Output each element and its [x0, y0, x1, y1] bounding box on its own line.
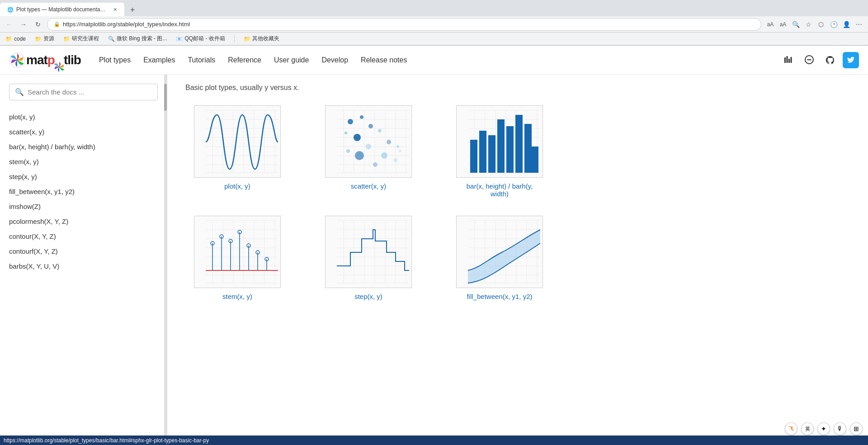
browser-toolbar: ← → ↻ 🔒 https://matplotlib.org/stable/pl…: [0, 16, 868, 33]
logo-text: matptlib: [26, 53, 81, 67]
new-tab-button[interactable]: +: [126, 4, 139, 16]
sidebar-link-fill[interactable]: fill_between(x, y1, y2): [9, 184, 158, 199]
svg-point-55: [394, 158, 397, 162]
svg-rect-74: [470, 140, 477, 173]
grid-icon[interactable]: ⊞: [850, 422, 863, 435]
plot-label-step[interactable]: step(x, y): [354, 293, 382, 300]
sidebar-link-scatter[interactable]: scatter(x, y): [9, 124, 158, 139]
bookmark-folder-icon-4: 📁: [244, 36, 250, 42]
lang-icon[interactable]: 英: [801, 422, 814, 435]
nav-plot-types[interactable]: Plot types: [99, 56, 131, 64]
plot-label-bar[interactable]: bar(x, height) / barh(y, width): [467, 182, 533, 198]
sidebar: 🔍 plot(x, y) scatter(x, y) bar(x, height…: [0, 75, 167, 436]
sidebar-link-contour[interactable]: contour(X, Y, Z): [9, 229, 158, 244]
bookmark-folder-icon-2: 📁: [35, 36, 42, 42]
twitter-icon: [847, 56, 855, 64]
sidebar-link-stem[interactable]: stem(x, y): [9, 154, 158, 169]
content-area: Basic plot types, usually y versus x.: [167, 75, 868, 436]
profile-button[interactable]: 👤: [841, 19, 852, 30]
back-button[interactable]: ←: [4, 19, 14, 30]
search-box[interactable]: 🔍: [9, 84, 158, 100]
voice-icon[interactable]: 🎙: [834, 422, 846, 435]
nav-twitter-button[interactable]: [843, 52, 859, 68]
active-tab[interactable]: 🌐 Plot types — Matplotlib documentation …: [0, 3, 124, 16]
svg-rect-5: [788, 59, 790, 63]
tab-title: Plot types — Matplotlib documentation: [16, 6, 107, 13]
plot-item-line[interactable]: plot(x, y): [185, 105, 289, 198]
search-input[interactable]: [28, 88, 152, 96]
nav-develop[interactable]: Develop: [321, 56, 348, 64]
bookmark-grad-course[interactable]: 📁 研究生课程: [61, 34, 101, 43]
bookmark-others[interactable]: 📁 其他收藏夹: [242, 34, 281, 43]
plot-label-fill[interactable]: fill_between(x, y1, y2): [467, 293, 532, 300]
plot-thumbnail-line: [194, 105, 281, 178]
bing-icon: 🔍: [108, 36, 115, 42]
bookmark-resources-label: 资源: [43, 35, 54, 43]
nav-discourse-button[interactable]: [801, 52, 817, 68]
read-aloud-button[interactable]: aA: [778, 19, 788, 30]
bookmark-code[interactable]: 📁 code: [4, 35, 28, 43]
more-button[interactable]: ⋯: [854, 19, 864, 30]
scroll-indicator: [164, 75, 167, 436]
nav-user-guide[interactable]: User guide: [274, 56, 309, 64]
plot-label-line[interactable]: plot(x, y): [224, 182, 250, 190]
plot-thumbnail-fill: [456, 216, 543, 288]
svg-point-47: [354, 134, 361, 141]
nav-github-button[interactable]: [822, 52, 838, 68]
sidebar-link-imshow[interactable]: imshow(Z): [9, 199, 158, 214]
flypy-icon[interactable]: 飞: [785, 422, 797, 435]
site-header: matptlib Plot types Examples Tutorials R…: [0, 46, 868, 75]
svg-point-48: [378, 129, 382, 133]
logo-icon: [9, 52, 25, 68]
nav-social-icons: [780, 52, 859, 68]
sidebar-link-bar[interactable]: bar(x, height) / barh(y, width): [9, 139, 158, 154]
reload-button[interactable]: ↻: [33, 19, 43, 30]
svg-rect-82: [194, 216, 280, 288]
read-mode-button[interactable]: aA: [765, 19, 776, 30]
svg-point-46: [344, 132, 347, 134]
bookmark-bing[interactable]: 🔍 微软 Bing 搜索 - 图...: [106, 34, 169, 43]
history-button[interactable]: 🕐: [828, 19, 839, 30]
nav-tutorials[interactable]: Tutorials: [188, 56, 215, 64]
address-bar[interactable]: 🔒 https://matplotlib.org/stable/plot_typ…: [47, 18, 761, 31]
plot-item-bar[interactable]: bar(x, height) / barh(y, width): [448, 105, 552, 198]
svg-point-57: [399, 150, 401, 152]
svg-point-50: [396, 145, 399, 148]
sidebar-link-plot[interactable]: plot(x, y): [9, 109, 158, 124]
forward-button[interactable]: →: [18, 19, 29, 30]
svg-rect-75: [479, 131, 486, 173]
fill-chart-svg: [457, 216, 542, 288]
sidebar-link-pcolormesh[interactable]: pcolormesh(X, Y, Z): [9, 214, 158, 229]
favorites-button[interactable]: ☆: [803, 19, 814, 30]
svg-rect-81: [531, 147, 538, 173]
nav-reference[interactable]: Reference: [228, 56, 261, 64]
plot-item-scatter[interactable]: scatter(x, y): [316, 105, 420, 198]
plot-item-fill[interactable]: fill_between(x, y1, y2): [448, 216, 552, 300]
sidebar-link-contourf[interactable]: contourf(X, Y, Z): [9, 244, 158, 259]
zoom-button[interactable]: 🔍: [790, 19, 801, 30]
site-logo[interactable]: matptlib: [9, 52, 81, 68]
collections-button[interactable]: ⬡: [816, 19, 826, 30]
sidebar-link-step[interactable]: step(x, y): [9, 169, 158, 184]
sidebar-link-barbs[interactable]: barbs(X, Y, U, V): [9, 259, 158, 274]
bookmark-qq[interactable]: 📧 QQ邮箱 - 收件箱: [174, 34, 226, 43]
nav-release-notes[interactable]: Release notes: [361, 56, 407, 64]
stem-chart-svg: [194, 216, 280, 288]
url-text: https://matplotlib.org/stable/plot_types…: [63, 21, 190, 28]
nav-funding-button[interactable]: [780, 52, 797, 68]
tab-close[interactable]: ✕: [113, 7, 117, 13]
status-bar: https://matplotlib.org/stable/plot_types…: [0, 436, 868, 445]
plot-item-step[interactable]: step(x, y): [316, 216, 420, 300]
svg-rect-6: [791, 57, 792, 63]
bookmark-resources[interactable]: 📁 资源: [33, 34, 56, 43]
scroll-thumb[interactable]: [164, 84, 167, 111]
bookmark-grad-label: 研究生课程: [72, 35, 99, 43]
translate-icon[interactable]: ✦: [817, 422, 830, 435]
search-icon: 🔍: [15, 88, 24, 96]
plot-label-stem[interactable]: stem(x, y): [222, 293, 252, 300]
plot-thumbnail-stem: [194, 216, 281, 288]
bars-icon: [784, 56, 793, 65]
plot-label-scatter[interactable]: scatter(x, y): [351, 182, 386, 190]
nav-examples[interactable]: Examples: [143, 56, 175, 64]
plot-item-stem[interactable]: stem(x, y): [185, 216, 289, 300]
